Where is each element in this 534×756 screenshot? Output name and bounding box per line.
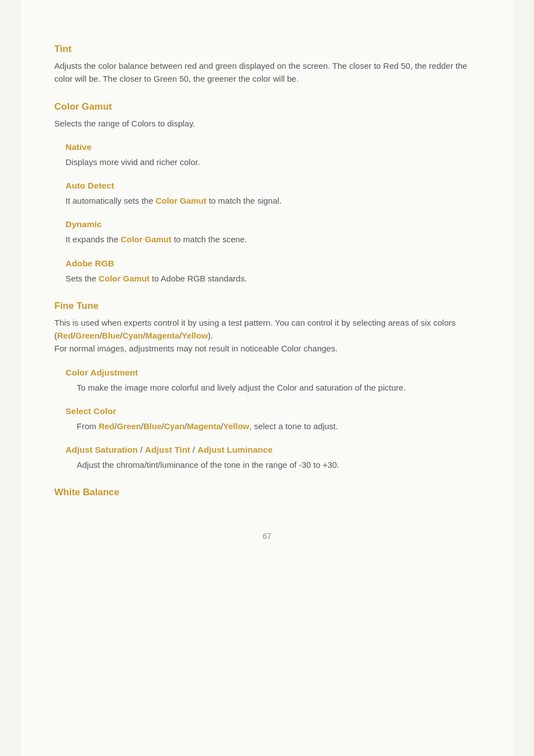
highlight-yellow-2: Yellow <box>223 421 250 431</box>
heading-select-color: Select Color <box>54 406 480 416</box>
body-native: Displays more vivid and richer color. <box>54 156 480 168</box>
highlight-red-2: Red <box>99 421 114 431</box>
heading-auto-detect: Auto Detect <box>54 181 480 191</box>
heading-color-adjustment: Color Adjustment <box>54 368 480 378</box>
highlight-color-gamut-3: Color Gamut <box>99 274 149 283</box>
highlight-magenta-2: Magenta <box>187 421 221 431</box>
section-select-color: Select Color From Red/Green/Blue/Cyan/Ma… <box>54 406 480 433</box>
highlight-cyan-2: Cyan <box>164 421 185 431</box>
highlight-blue-1: Blue <box>102 331 120 340</box>
body-fine-tune: This is used when experts control it by … <box>54 316 480 355</box>
section-color-gamut: Color Gamut Selects the range of Colors … <box>54 101 480 130</box>
separator-2: / <box>193 445 198 454</box>
separator-1: / <box>140 445 145 454</box>
section-dynamic: Dynamic It expands the Color Gamut to ma… <box>54 219 480 246</box>
heading-tint: Tint <box>54 44 480 55</box>
highlight-color-gamut-2: Color Gamut <box>120 234 171 244</box>
section-native: Native Displays more vivid and richer co… <box>54 142 480 168</box>
page-number: 67 <box>54 532 480 541</box>
section-adjustments: Adjust Saturation / Adjust Tint / Adjust… <box>54 445 480 471</box>
highlight-cyan-1: Cyan <box>123 331 143 340</box>
section-tint: Tint Adjusts the color balance between r… <box>54 44 480 86</box>
highlight-yellow-1: Yellow <box>182 331 208 340</box>
highlight-adjust-saturation: Adjust Saturation <box>65 445 138 454</box>
heading-native: Native <box>54 142 480 152</box>
section-white-balance: White Balance <box>54 487 480 498</box>
body-auto-detect: It automatically sets the Color Gamut to… <box>54 194 480 207</box>
highlight-green-1: Green <box>76 331 100 340</box>
heading-white-balance: White Balance <box>54 487 480 498</box>
heading-color-gamut: Color Gamut <box>54 101 480 112</box>
body-adobe-rgb: Sets the Color Gamut to Adobe RGB standa… <box>54 272 480 285</box>
body-tint: Adjusts the color balance between red an… <box>54 59 480 86</box>
section-auto-detect: Auto Detect It automatically sets the Co… <box>54 181 480 207</box>
section-color-adjustment: Color Adjustment To make the image more … <box>54 368 480 394</box>
body-adjustments: Adjust the chroma/tint/luminance of the … <box>54 458 480 471</box>
highlight-green-2: Green <box>117 421 141 431</box>
heading-fine-tune: Fine Tune <box>54 300 480 312</box>
highlight-adjust-tint: Adjust Tint <box>145 445 190 454</box>
highlight-color-gamut-1: Color Gamut <box>156 196 207 205</box>
heading-adjustments: Adjust Saturation / Adjust Tint / Adjust… <box>54 445 480 455</box>
highlight-blue-2: Blue <box>143 421 162 431</box>
body-select-color: From Red/Green/Blue/Cyan/Magenta/Yellow,… <box>54 420 480 433</box>
highlight-red-1: Red <box>57 331 73 340</box>
highlight-adjust-luminance: Adjust Luminance <box>198 445 273 454</box>
heading-adobe-rgb: Adobe RGB <box>54 259 480 269</box>
heading-dynamic: Dynamic <box>54 219 480 229</box>
page-content: Tint Adjusts the color balance between r… <box>21 0 513 756</box>
section-adobe-rgb: Adobe RGB Sets the Color Gamut to Adobe … <box>54 259 480 285</box>
section-fine-tune: Fine Tune This is used when experts cont… <box>54 300 480 355</box>
highlight-magenta-1: Magenta <box>146 331 180 340</box>
body-color-adjustment: To make the image more colorful and live… <box>54 381 480 394</box>
body-dynamic: It expands the Color Gamut to match the … <box>54 233 480 246</box>
body-color-gamut: Selects the range of Colors to display. <box>54 117 480 130</box>
